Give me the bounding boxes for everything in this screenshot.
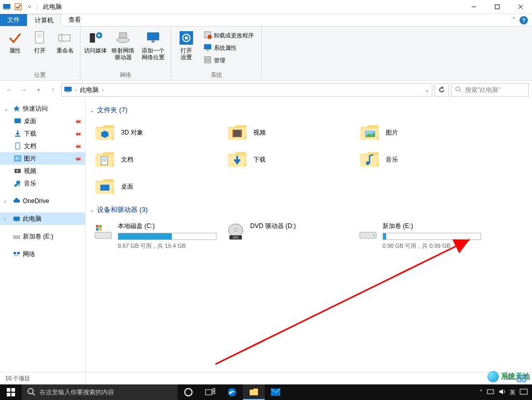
svg-rect-27	[204, 60, 211, 63]
collapse-ribbon-icon[interactable]: ˄	[512, 17, 515, 24]
help-icon[interactable]: ?	[520, 16, 528, 24]
back-button[interactable]: ←	[3, 84, 16, 96]
monitor-add-icon	[145, 30, 161, 46]
properties-button[interactable]: 属性	[3, 29, 27, 70]
sidebar-network[interactable]: › 网络	[0, 248, 85, 260]
ribbon-group-system-label: 系统	[174, 70, 258, 80]
folder-icon	[226, 122, 248, 143]
drive-name: 本地磁盘 (C:)	[118, 222, 218, 231]
tray-network-icon[interactable]	[487, 388, 494, 396]
address-bar[interactable]: › 此电脑 › ⌄	[61, 83, 432, 97]
folder-downloads[interactable]: 下载	[222, 146, 354, 173]
sidebar-music[interactable]: 音乐	[0, 177, 85, 190]
svg-rect-18	[152, 41, 155, 43]
chevron-down-icon: ⌄	[90, 207, 94, 213]
sidebar-new-volume[interactable]: › 新加卷 (E:)	[0, 230, 85, 243]
svg-line-81	[33, 393, 35, 395]
chevron-right-icon[interactable]: ›	[102, 87, 103, 93]
tab-computer[interactable]: 计算机	[27, 14, 61, 26]
tray-chevron-icon[interactable]: ˄	[480, 389, 483, 396]
tray-ime[interactable]: 英	[510, 389, 515, 396]
sidebar-desktop[interactable]: 桌面 📌	[0, 115, 85, 127]
folder-3d-objects[interactable]: 3D 对象	[90, 119, 222, 146]
drive-network-icon	[115, 30, 131, 46]
svg-rect-17	[147, 33, 159, 40]
app-icon	[2, 2, 11, 11]
cortana-button[interactable]	[178, 384, 199, 400]
search-icon	[455, 86, 462, 95]
drive-usage-bar	[383, 233, 481, 240]
sidebar-videos[interactable]: 视频	[0, 165, 85, 177]
svg-rect-28	[64, 87, 72, 91]
chevron-right-icon[interactable]: ›	[4, 198, 10, 204]
drive-e[interactable]: 新加卷 (E:) 0.98 GB 可用，共 0.99 GB	[354, 219, 487, 253]
refresh-button[interactable]	[434, 83, 449, 97]
sidebar-quick-access[interactable]: ⌄ 快速访问	[0, 102, 85, 115]
svg-rect-25	[207, 50, 209, 51]
sidebar-documents[interactable]: 文档 📌	[0, 140, 85, 152]
chevron-right-icon[interactable]: ›	[75, 87, 77, 93]
download-icon	[13, 129, 22, 138]
section-drives-header[interactable]: ⌄ 设备和驱动器 (3)	[90, 205, 532, 215]
recent-dropdown[interactable]: ▾	[32, 84, 45, 96]
chevron-down-icon[interactable]: ⌄	[4, 106, 10, 112]
chevron-right-icon[interactable]: ›	[4, 216, 10, 222]
open-settings-button[interactable]: 打开 设置	[174, 29, 198, 70]
folder-documents[interactable]: 文档	[90, 146, 222, 173]
sidebar-pictures[interactable]: 图片 📌	[0, 152, 85, 165]
sidebar-onedrive[interactable]: › OneDrive	[0, 195, 85, 207]
svg-rect-41	[13, 252, 16, 254]
access-media-button[interactable]: 访问媒体	[84, 29, 107, 70]
taskbar-explorer[interactable]	[243, 384, 265, 400]
open-button[interactable]: 打开	[28, 29, 52, 70]
sidebar-downloads[interactable]: 下载 📌	[0, 127, 85, 140]
folder-videos[interactable]: 视频	[222, 119, 354, 146]
svg-rect-8	[35, 32, 44, 43]
folder-music[interactable]: 音乐	[354, 146, 487, 173]
sidebar-this-pc[interactable]: › 此电脑	[0, 212, 85, 225]
drive-dvd[interactable]: DVD DVD 驱动器 (D:)	[222, 219, 354, 253]
add-location-button[interactable]: 添加一个 网络位置	[139, 29, 168, 70]
task-view-button[interactable]	[199, 384, 221, 400]
drive-name: 新加卷 (E:)	[383, 222, 483, 231]
forward-button[interactable]: →	[18, 84, 30, 96]
svg-rect-78	[7, 393, 10, 396]
tab-view[interactable]: 查看	[61, 14, 88, 26]
globe-icon	[487, 371, 499, 382]
tab-file[interactable]: 文件	[0, 14, 27, 26]
svg-rect-77	[11, 388, 15, 392]
taskbar-search[interactable]: 在这里输入你要搜索的内容	[22, 384, 178, 400]
tray-volume-icon[interactable]	[498, 388, 506, 396]
breadcrumb[interactable]: 此电脑	[80, 86, 99, 95]
drive-sub: 0.98 GB 可用，共 0.99 GB	[383, 242, 483, 250]
uninstall-button[interactable]: 卸载或更改程序	[201, 30, 256, 41]
map-drive-button[interactable]: 映射网络 驱动器	[108, 29, 138, 70]
section-folders-header[interactable]: ⌄ 文件夹 (7)	[90, 105, 532, 115]
rename-icon	[57, 30, 73, 46]
rename-button[interactable]: 重命名	[53, 29, 77, 70]
drive-c[interactable]: 本地磁盘 (C:) 8.67 GB 可用，共 19.4 GB	[90, 219, 222, 253]
qat-checkbox-icon[interactable]	[13, 2, 23, 11]
taskbar-edge[interactable]	[221, 384, 243, 400]
close-button[interactable]	[509, 0, 532, 14]
folder-desktop[interactable]: 桌面	[90, 173, 222, 200]
up-button[interactable]: ↑	[47, 84, 59, 96]
manage-button[interactable]: 管理	[201, 55, 256, 66]
taskbar-search-placeholder: 在这里输入你要搜索的内容	[39, 388, 114, 397]
start-button[interactable]	[0, 384, 22, 400]
search-input[interactable]: 搜索"此电脑"	[451, 83, 529, 97]
dropdown-icon[interactable]: ⌄	[425, 86, 430, 94]
folder-pictures[interactable]: 图片	[354, 119, 487, 146]
svg-line-31	[459, 90, 461, 92]
picture-icon	[13, 154, 22, 163]
maximize-button[interactable]	[485, 0, 509, 14]
watermark: 系统天地	[487, 371, 530, 382]
tray-keyboard-icon[interactable]	[520, 389, 528, 396]
system-properties-button[interactable]: 系统属性	[201, 42, 256, 54]
uninstall-icon	[203, 31, 212, 40]
svg-rect-26	[204, 57, 211, 59]
qat-dropdown-icon[interactable]	[25, 2, 34, 11]
taskbar-mail[interactable]	[265, 384, 287, 400]
menu-bar: 文件 计算机 查看 ˄ ?	[0, 14, 532, 26]
minimize-button[interactable]	[462, 0, 485, 14]
